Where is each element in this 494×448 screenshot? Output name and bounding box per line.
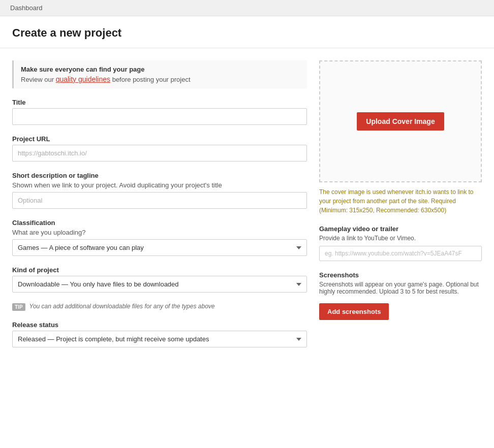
- short-description-group: Short description or tagline Shown when …: [12, 172, 307, 209]
- title-input[interactable]: [12, 108, 307, 125]
- tip-label: TIP: [12, 303, 25, 311]
- project-url-input[interactable]: [12, 145, 307, 162]
- title-field-group: Title: [12, 99, 307, 125]
- quality-guidelines-link[interactable]: quality guidelines: [56, 75, 110, 83]
- upload-cover-image-button[interactable]: Upload Cover Image: [357, 112, 444, 131]
- title-label: Title: [12, 99, 307, 106]
- gameplay-video-section: Gameplay video or trailer Provide a link…: [319, 225, 482, 261]
- kind-select[interactable]: Downloadable — You only have files to be…: [12, 276, 307, 293]
- add-screenshots-button[interactable]: Add screenshots: [319, 303, 389, 320]
- info-box-headline: Make sure everyone can find your page: [21, 66, 300, 73]
- tip-box: TIP You can add additional downloadable …: [12, 303, 307, 311]
- classification-label: Classification: [12, 219, 307, 227]
- screenshots-sublabel: Screenshots will appear on your game's p…: [319, 281, 482, 295]
- project-url-label: Project URL: [12, 135, 307, 143]
- release-status-group: Release status Released — Project is com…: [12, 321, 307, 347]
- screenshots-section: Screenshots Screenshots will appear on y…: [319, 271, 482, 320]
- release-status-select[interactable]: Released — Project is complete, but migh…: [12, 331, 307, 347]
- form-wrapper: Make sure everyone can find your page Re…: [0, 48, 494, 370]
- cover-image-area: Upload Cover Image: [319, 60, 482, 182]
- release-status-label: Release status: [12, 321, 307, 329]
- short-description-sublabel: Shown when we link to your project. Avoi…: [12, 181, 307, 189]
- right-column: Upload Cover Image The cover image is us…: [319, 60, 482, 358]
- tip-text: You can add additional downloadable file…: [29, 303, 215, 310]
- short-description-input[interactable]: [12, 192, 307, 209]
- kind-of-project-group: Kind of project Downloadable — You only …: [12, 266, 307, 293]
- screenshots-label: Screenshots: [319, 271, 482, 279]
- info-box-prefix: Review our: [21, 76, 56, 83]
- project-url-group: Project URL: [12, 135, 307, 162]
- kind-label: Kind of project: [12, 266, 307, 274]
- cover-info-text: The cover image is used whenever itch.io…: [319, 187, 482, 215]
- dashboard-label: Dashboard: [10, 4, 43, 12]
- info-box: Make sure everyone can find your page Re…: [12, 60, 307, 88]
- short-description-label: Short description or tagline: [12, 172, 307, 179]
- left-column: Make sure everyone can find your page Re…: [12, 60, 307, 358]
- gameplay-video-sublabel: Provide a link to YouTube or Vimeo.: [319, 235, 482, 242]
- gameplay-video-input[interactable]: [319, 246, 482, 261]
- page-container: Dashboard Create a new project Make sure…: [0, 0, 494, 448]
- gameplay-video-label: Gameplay video or trailer: [319, 225, 482, 233]
- classification-group: Classification What are you uploading? G…: [12, 219, 307, 256]
- classification-sublabel: What are you uploading?: [12, 229, 307, 236]
- classification-select[interactable]: Games — A piece of software you can play…: [12, 239, 307, 256]
- page-title: Create a new project: [12, 26, 482, 40]
- info-box-suffix: before posting your project: [110, 76, 191, 83]
- page-header: Create a new project: [0, 16, 494, 48]
- top-bar: Dashboard: [0, 0, 494, 16]
